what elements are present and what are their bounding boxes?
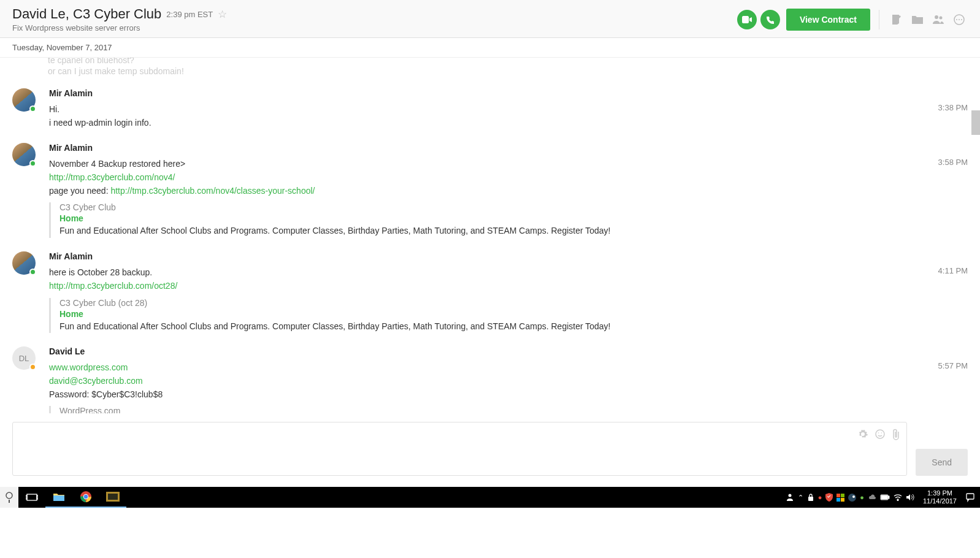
preview-source: WordPress.com [59,406,968,413]
preview-source: C3 Cyber Club (oct 28) [59,298,968,308]
task-view-button[interactable] [18,487,45,508]
message-author: Mir Alamin [49,143,968,153]
svg-rect-24 [841,498,844,502]
browser-scrollbar-thumb[interactable] [971,110,980,135]
svg-rect-11 [27,494,37,500]
svg-rect-22 [841,494,844,497]
chat-header: David Le, C3 Cyber Club 2:39 pm EST ☆ Fi… [0,0,980,38]
chat-local-time: 2:39 pm EST [166,10,213,19]
voice-call-button[interactable] [760,10,780,29]
svg-point-19 [788,494,791,497]
date-separator: Tuesday, November 7, 2017 [0,38,980,58]
tray-icon-security[interactable] [836,494,844,502]
taskbar-time: 1:39 PM [923,489,957,497]
svg-point-26 [852,495,855,498]
message-link[interactable]: http://tmp.c3cyberclub.com/nov4/ [49,172,175,182]
message-link[interactable]: david@c3cyberclub.com [49,376,143,386]
message-body: www.wordpress.comdavid@c3cyberclub.comPa… [49,361,968,401]
avatar[interactable] [12,88,49,129]
message-body: November 4 Backup restored here>http://t… [49,158,968,197]
message-link[interactable]: http://tmp.c3cyberclub.com/oct28/ [49,281,177,291]
svg-point-6 [876,430,884,438]
notes-icon[interactable] [888,11,905,28]
message: Mir AlaminHi.i need wp-admin login info.… [12,88,968,129]
message: Mir Alaminhere is October 28 backup.http… [12,251,968,333]
video-call-button[interactable] [737,10,757,29]
preview-title[interactable]: Home [59,213,968,223]
avatar[interactable] [12,143,49,238]
tray-wifi-icon[interactable] [894,494,902,501]
link-preview[interactable]: C3 Cyber ClubHomeFun and Educational Aft… [49,202,968,238]
presence-indicator [29,105,36,112]
message-text: November 4 Backup restored here> [49,158,968,171]
taskbar-clock[interactable]: 1:39 PM 11/14/2017 [919,489,960,505]
message-text: i need wp-admin login info. [49,117,968,130]
cortana-button[interactable] [0,487,18,508]
svg-point-7 [878,432,879,434]
svg-rect-13 [37,495,38,499]
svg-rect-10 [9,500,10,503]
favorite-star-icon[interactable]: ☆ [218,8,227,21]
svg-point-3 [956,19,957,20]
message-link[interactable]: www.wordpress.com [49,362,128,372]
partial-message-text: or can I just make temp subdomain! [48,66,184,76]
svg-point-1 [940,17,943,20]
emoji-icon[interactable] [875,429,886,441]
presence-indicator [29,364,36,370]
send-button[interactable]: Send [916,449,968,476]
tray-icon-cloud[interactable] [868,494,876,500]
compose-area: Send [0,413,980,487]
settings-icon[interactable] [857,429,868,441]
system-tray[interactable]: ⌃ ● ● [786,493,914,502]
view-contract-button[interactable]: View Contract [786,9,870,31]
tray-people-icon[interactable] [786,493,794,502]
people-icon[interactable] [930,12,947,28]
svg-point-5 [961,19,962,20]
message: DLDavid Lewww.wordpress.comdavid@c3cyber… [12,346,968,413]
preview-title[interactable]: Home [59,309,968,319]
message-timestamp: 3:58 PM [938,158,968,167]
tray-icon-green[interactable]: ● [860,494,864,501]
message-timestamp: 5:57 PM [938,361,968,370]
message-link[interactable]: http://tmp.c3cyberclub.com/nov4/classes-… [110,186,315,196]
tray-icon-av[interactable] [825,493,833,502]
svg-point-0 [935,15,938,19]
action-center-icon[interactable] [965,492,975,502]
message-timestamp: 3:38 PM [938,103,968,112]
folder-icon[interactable] [909,12,926,28]
svg-point-8 [881,432,882,434]
presence-indicator [29,269,36,275]
svg-rect-12 [26,495,27,499]
tray-battery-icon[interactable] [880,494,890,500]
taskbar-date: 11/14/2017 [923,497,957,505]
message-text: page you need: [49,186,110,196]
link-preview[interactable]: C3 Cyber Club (oct 28)HomeFun and Educat… [49,298,968,334]
avatar[interactable]: DL [12,346,49,413]
link-preview[interactable]: WordPress.comWordPress.com: Create a web… [49,406,968,413]
more-icon[interactable] [951,11,968,28]
tray-icon-red[interactable]: ● [818,494,822,501]
taskbar-app-chrome[interactable] [72,487,99,508]
message-timestamp: 4:11 PM [938,266,968,275]
message-input[interactable] [12,422,907,476]
tray-icon-steam[interactable] [848,494,856,502]
attachment-icon[interactable] [892,429,900,441]
message: Mir AlaminNovember 4 Backup restored her… [12,143,968,238]
avatar[interactable] [12,251,49,333]
tray-chevron-up-icon[interactable]: ⌃ [798,494,803,502]
tray-lock-icon[interactable] [807,493,814,502]
svg-rect-31 [967,494,974,499]
partial-message-text: te cpanel on bluehost? [48,58,134,65]
taskbar-app-game[interactable] [99,487,126,508]
svg-point-25 [848,494,856,502]
svg-point-30 [897,500,898,501]
message-text: Hi. [49,103,968,117]
message-body: Hi.i need wp-admin login info. [49,103,968,129]
taskbar-app-file-explorer[interactable] [45,487,72,508]
preview-description: Fun and Educational After School Clubs a… [59,320,968,334]
svg-point-4 [959,19,960,20]
message-author: Mir Alamin [49,251,968,261]
preview-description: Fun and Educational After School Clubs a… [59,224,968,238]
chat-scroll-area[interactable]: te cpanel on bluehost? or can I just mak… [0,58,980,413]
tray-volume-icon[interactable] [906,494,914,501]
